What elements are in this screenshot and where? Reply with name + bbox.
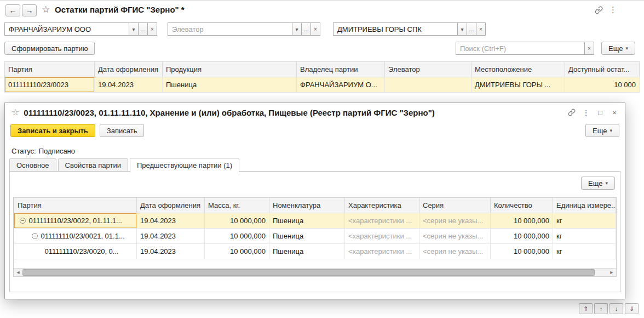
cell-owner[interactable]: ФРАНЧАЙЗАРИУМ О... bbox=[297, 77, 385, 93]
link-icon[interactable] bbox=[566, 106, 578, 118]
cell-mass[interactable]: 10 000,000 bbox=[205, 213, 269, 229]
cell-characteristic[interactable]: <характеристики ... bbox=[345, 229, 419, 244]
scroll-up-button[interactable]: ↑ bbox=[594, 303, 608, 314]
cell-batch[interactable]: 011111110/23/0022, 01.11.1... bbox=[14, 213, 137, 229]
cell-series[interactable]: <серия не указы... bbox=[419, 213, 491, 229]
panel-more-label: Еще bbox=[588, 179, 602, 188]
col-date[interactable]: Дата оформления bbox=[95, 62, 163, 77]
search-input[interactable] bbox=[456, 42, 585, 55]
cell-quantity[interactable]: 10 000,000 bbox=[491, 213, 553, 229]
horizontal-scrollbar[interactable]: ◀ ▶ bbox=[14, 268, 616, 276]
clear-icon[interactable]: × bbox=[147, 22, 157, 36]
form-batch-button[interactable]: Сформировать партию bbox=[4, 42, 95, 55]
link-icon[interactable] bbox=[593, 4, 605, 16]
col-mass[interactable]: Масса, кг. bbox=[205, 198, 269, 213]
col-unit[interactable]: Единица измере... bbox=[553, 198, 616, 213]
table-row[interactable]: 011111110/23/0021, 01.1... 19.04.2023 10… bbox=[14, 229, 616, 244]
cell-characteristic[interactable]: <характеристики ... bbox=[345, 244, 419, 259]
cell-unit[interactable]: кг bbox=[553, 244, 616, 259]
cell-nomenclature[interactable]: Пшеница bbox=[269, 213, 345, 229]
cell-nomenclature[interactable]: Пшеница bbox=[269, 244, 345, 259]
col-elevator[interactable]: Элеватор bbox=[385, 62, 472, 77]
close-icon[interactable]: × bbox=[608, 106, 620, 118]
chevron-down-icon[interactable]: ▾ bbox=[457, 22, 467, 36]
col-date[interactable]: Дата оформления bbox=[137, 198, 205, 213]
cell-series[interactable]: <серия не указы... bbox=[419, 229, 491, 244]
cell-date[interactable]: 19.04.2023 bbox=[137, 244, 205, 259]
choose-ellipsis-button[interactable]: … bbox=[301, 22, 311, 36]
favorite-star-icon[interactable]: ☆ bbox=[12, 108, 19, 117]
chevron-down-icon[interactable]: ▾ bbox=[292, 22, 302, 36]
table-row[interactable]: 011111110/23/0022, 01.11.1... 19.04.2023… bbox=[14, 213, 616, 229]
cell-date[interactable]: 19.04.2023 bbox=[137, 213, 205, 229]
scroll-down-button[interactable]: ↓ bbox=[610, 303, 623, 314]
status-line: Статус: Подписано bbox=[12, 147, 75, 155]
kebab-menu-icon[interactable]: ⋮ bbox=[580, 106, 592, 118]
tab-main[interactable]: Основное bbox=[9, 158, 56, 172]
cell-mass[interactable]: 10 000,000 bbox=[205, 229, 269, 244]
col-location[interactable]: Местоположение bbox=[472, 62, 565, 77]
back-button[interactable]: ← bbox=[5, 4, 20, 16]
cell-quantity[interactable]: 10 000,000 bbox=[491, 229, 553, 244]
scroll-bottom-button[interactable]: ⇓ bbox=[625, 303, 639, 314]
location-filter-input[interactable] bbox=[333, 22, 458, 36]
status-label: Статус: bbox=[12, 147, 36, 155]
link-icon-glyph bbox=[595, 6, 603, 14]
tab-batch-properties[interactable]: Свойства партии bbox=[58, 158, 128, 172]
owner-filter-input[interactable] bbox=[4, 22, 129, 36]
panel-more-button[interactable]: Еще ▾ bbox=[581, 177, 615, 190]
scroll-right-icon[interactable]: ▶ bbox=[607, 269, 616, 276]
table-row[interactable]: 011111110/23/0023 19.04.2023 Пшеница ФРА… bbox=[5, 77, 640, 93]
col-characteristic[interactable]: Характеристика bbox=[345, 198, 419, 213]
clear-search-icon[interactable]: × bbox=[584, 42, 594, 55]
col-nomenclature[interactable]: Номенклатура bbox=[269, 198, 345, 213]
cell-elevator[interactable] bbox=[385, 77, 472, 93]
scroll-top-button[interactable]: ⇑ bbox=[579, 303, 593, 314]
scrollbar-track[interactable] bbox=[595, 269, 607, 276]
more-button[interactable]: Еще ▾ bbox=[601, 42, 635, 55]
col-quantity[interactable]: Количество bbox=[491, 198, 553, 213]
clear-icon[interactable]: × bbox=[311, 22, 320, 36]
cell-series[interactable]: <серия не указы... bbox=[419, 244, 491, 259]
choose-ellipsis-button[interactable]: … bbox=[467, 22, 476, 36]
kebab-menu-icon[interactable]: ⋮ bbox=[609, 5, 617, 14]
elevator-filter-input[interactable] bbox=[168, 22, 292, 36]
table-row[interactable]: 011111110/23/0020, 0... 19.04.2023 10 00… bbox=[14, 244, 616, 259]
cell-unit[interactable]: кг bbox=[553, 213, 616, 229]
col-batch[interactable]: Партия bbox=[5, 62, 95, 77]
forward-button[interactable]: → bbox=[22, 4, 37, 16]
tab-previous-batches[interactable]: Предшествующие партии (1) bbox=[130, 158, 239, 172]
cell-batch[interactable]: 011111110/23/0020, 0... bbox=[14, 244, 137, 259]
col-available[interactable]: Доступный остат... bbox=[565, 62, 640, 77]
clear-icon[interactable]: × bbox=[476, 22, 486, 36]
cell-batch[interactable]: 011111110/23/0021, 01.1... bbox=[14, 229, 137, 244]
choose-ellipsis-button[interactable]: … bbox=[138, 22, 148, 36]
cell-date[interactable]: 19.04.2023 bbox=[95, 77, 163, 93]
save-button[interactable]: Записать bbox=[100, 124, 145, 137]
cell-characteristic[interactable]: <характеристики ... bbox=[345, 213, 419, 229]
cell-date[interactable]: 19.04.2023 bbox=[137, 229, 205, 244]
col-owner[interactable]: Владелец партии bbox=[297, 62, 385, 77]
cell-nomenclature[interactable]: Пшеница bbox=[269, 229, 345, 244]
favorite-star-icon[interactable]: ☆ bbox=[42, 5, 50, 14]
col-product[interactable]: Продукция bbox=[163, 62, 297, 77]
col-batch[interactable]: Партия bbox=[14, 198, 137, 213]
scrollbar-thumb[interactable] bbox=[22, 269, 595, 276]
cell-unit[interactable]: кг bbox=[553, 229, 616, 244]
cell-quantity[interactable]: 10 000,000 bbox=[491, 244, 553, 259]
cell-available[interactable]: 10 000 bbox=[565, 77, 640, 93]
batch-dialog: ☆ 011111110/23/0023, 01.11.11.110, Хране… bbox=[4, 103, 625, 299]
cell-location[interactable]: ДМИТРИЕВЫ ГОРЫ ... bbox=[472, 77, 565, 93]
cell-product[interactable]: Пшеница bbox=[163, 77, 297, 93]
dialog-more-button[interactable]: Еще ▾ bbox=[585, 124, 619, 137]
scroll-left-icon[interactable]: ◀ bbox=[14, 269, 22, 276]
collapse-node-icon[interactable] bbox=[20, 218, 26, 224]
chevron-down-icon[interactable]: ▾ bbox=[129, 22, 139, 36]
cell-mass[interactable]: 10 000,000 bbox=[205, 244, 269, 259]
collapse-node-icon[interactable] bbox=[32, 233, 38, 239]
dialog-tabs: Основное Свойства партии Предшествующие … bbox=[9, 158, 620, 172]
maximize-icon[interactable]: □ bbox=[594, 106, 606, 118]
cell-batch[interactable]: 011111110/23/0023 bbox=[5, 77, 95, 93]
save-and-close-button[interactable]: Записать и закрыть bbox=[10, 124, 95, 137]
col-series[interactable]: Серия bbox=[419, 198, 491, 213]
